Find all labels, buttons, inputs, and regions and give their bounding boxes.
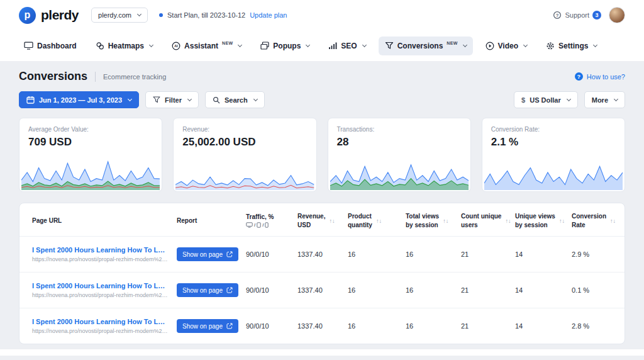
column-header-product-quantity[interactable]: Product quantity ↑↓ [348, 213, 406, 228]
divider [95, 72, 96, 82]
column-header-traffic: Traffic, % / / [246, 213, 297, 228]
conversions-funnel-icon [385, 42, 394, 50]
next-section-strip [0, 349, 644, 356]
avatar[interactable] [609, 7, 625, 23]
update-plan-link[interactable]: Update plan [250, 11, 287, 19]
desktop-icon [246, 222, 253, 228]
chevron-down-icon [149, 42, 153, 47]
video-play-icon [486, 42, 494, 50]
metric-value: 709 USD [28, 136, 153, 149]
settings-gear-icon [546, 42, 555, 50]
new-badge: NEW [447, 41, 457, 45]
dashboard-icon [24, 42, 33, 50]
main-nav: Dashboard Heatmaps AI Assistant NEW Popu… [0, 30, 644, 61]
plerdy-logo[interactable]: p plerdy [19, 7, 79, 24]
metric-label: Transactions: [337, 126, 462, 133]
sort-icon[interactable]: ↑↓ [610, 218, 616, 224]
nav-label: Dashboard [37, 42, 77, 50]
table-row: I Spent 2000 Hours Learning How To Learn… [19, 236, 625, 272]
product-quantity-cell: 16 [348, 322, 406, 330]
chevron-down-icon [187, 96, 192, 101]
chevron-down-icon [128, 96, 132, 101]
chevron-down-icon [362, 42, 367, 47]
column-header-unique-views[interactable]: Unique views by session ↑↓ [515, 213, 572, 228]
more-button[interactable]: More [584, 91, 625, 108]
date-range-button[interactable]: Jun 1, 2023 — Jul 3, 2023 [19, 91, 139, 108]
sort-icon[interactable]: ↑↓ [329, 218, 335, 224]
page-link[interactable]: I Spent 2000 Hours Learning How To Learn… [32, 246, 168, 254]
sparkline-chart [21, 156, 160, 190]
nav-item-heatmaps[interactable]: Heatmaps [89, 37, 159, 55]
metric-card-average-order-value: Average Order Value: 709 USD [19, 118, 162, 192]
chevron-down-icon [593, 42, 597, 47]
revenue-cell: 1337.40 [297, 286, 348, 294]
search-icon [213, 96, 220, 104]
nav-item-assistant[interactable]: AI Assistant NEW [165, 37, 248, 55]
nav-label: Popups [273, 42, 301, 50]
chevron-down-icon [567, 96, 571, 101]
question-icon: ? [575, 72, 583, 81]
show-on-page-button[interactable]: Show on page [177, 283, 238, 297]
sort-icon[interactable]: ↑↓ [559, 218, 565, 224]
page-link[interactable]: I Spent 2000 Hours Learning How To Learn… [32, 282, 168, 290]
nav-label: SEO [341, 42, 357, 50]
nav-item-video[interactable]: Video [479, 37, 533, 55]
show-on-page-button[interactable]: Show on page [177, 247, 238, 261]
nav-item-seo[interactable]: SEO [322, 37, 372, 55]
product-quantity-cell: 16 [348, 286, 406, 294]
nav-label: Settings [558, 42, 588, 50]
tablet-icon [257, 222, 261, 228]
product-quantity-cell: 16 [348, 250, 406, 258]
nav-label: Assistant [184, 42, 218, 50]
search-label: Search [225, 96, 248, 104]
filter-button[interactable]: Filter [145, 91, 199, 108]
topbar-right: ? Support 3 [553, 7, 625, 23]
chevron-down-icon [306, 42, 310, 47]
filter-row: Jun 1, 2023 — Jul 3, 2023 Filter Search … [19, 91, 625, 108]
nav-label: Conversions [397, 42, 443, 50]
support-button[interactable]: ? Support 3 [553, 11, 601, 20]
chevron-down-icon [463, 42, 467, 47]
nav-label: Video [498, 42, 518, 50]
external-link-icon [226, 251, 233, 257]
column-header-count-unique-users[interactable]: Count unique users ↑↓ [461, 213, 515, 228]
chevron-down-icon [137, 12, 142, 16]
column-header-total-views[interactable]: Total views by session ↑↓ [406, 213, 461, 228]
page-url-text: https://novena.pro/novosti/propal-rezhim… [32, 292, 168, 298]
metric-value: 2.1 % [491, 136, 616, 149]
external-link-icon [226, 323, 233, 329]
nav-item-settings[interactable]: Settings [540, 37, 603, 55]
sparkline-chart [330, 156, 469, 190]
nav-item-conversions[interactable]: Conversions NEW [379, 37, 473, 55]
domain-select[interactable]: plerdy.com [91, 8, 148, 23]
chevron-down-icon [614, 96, 618, 101]
column-header-conversion-rate[interactable]: Conversion Rate ↑↓ [572, 213, 618, 228]
heatmaps-icon [96, 42, 104, 50]
external-link-icon [226, 287, 233, 293]
plerdy-logo-icon: p [19, 7, 36, 24]
dollar-icon: $ [521, 96, 525, 104]
sort-icon[interactable]: ↑↓ [505, 218, 511, 224]
unique-users-cell: 21 [461, 250, 515, 258]
report-cell: Show on page [177, 319, 246, 333]
metric-cards: Average Order Value: 709 USD Revenue: 25… [19, 118, 625, 192]
chevron-down-icon [238, 42, 242, 47]
total-views-cell: 16 [406, 250, 461, 258]
currency-button[interactable]: $ US Dollar [514, 91, 578, 108]
assistant-ai-icon: AI [172, 42, 180, 50]
page-link[interactable]: I Spent 2000 Hours Learning How To Learn… [32, 318, 168, 325]
page-subtitle: Ecommerce tracking [103, 73, 166, 81]
plan-info: Start Plan, till 2023-10-12 Update plan [159, 11, 287, 19]
nav-item-dashboard[interactable]: Dashboard [18, 37, 83, 55]
sort-icon[interactable]: ↑↓ [376, 218, 382, 224]
column-header-revenue[interactable]: Revenue, USD ↑↓ [297, 213, 348, 228]
how-to-use-link[interactable]: ? How to use? [575, 72, 625, 81]
sort-icon[interactable]: ↑↓ [443, 218, 448, 224]
show-on-page-button[interactable]: Show on page [177, 319, 238, 333]
svg-text:AI: AI [174, 44, 178, 48]
search-button[interactable]: Search [205, 91, 265, 108]
nav-item-popups[interactable]: Popups [254, 37, 316, 55]
unique-users-cell: 21 [461, 286, 515, 294]
traffic-cell: 90/0/10 [246, 286, 297, 294]
report-cell: Show on page [177, 247, 246, 261]
